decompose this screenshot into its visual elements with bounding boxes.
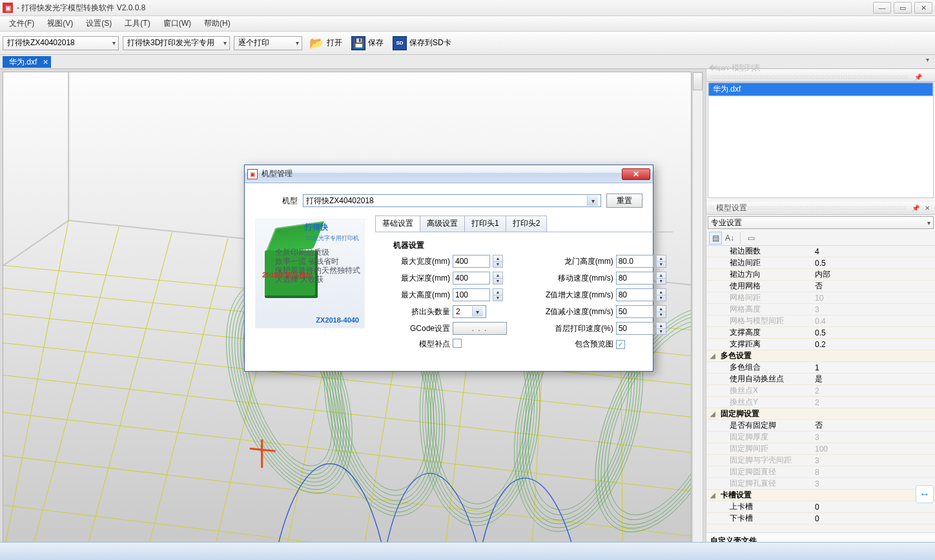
model-list-item[interactable]: 华为.dxf bbox=[708, 83, 933, 96]
taskbar[interactable] bbox=[0, 542, 935, 560]
close-tab-icon[interactable]: ✕ bbox=[43, 58, 48, 66]
print-mode-select[interactable]: 逐个打印 bbox=[234, 36, 302, 50]
alphabetical-view-button[interactable]: A↓ bbox=[723, 232, 736, 245]
open-label: 打开 bbox=[327, 37, 342, 48]
property-row[interactable]: 固定脚厚度3 bbox=[706, 432, 935, 443]
property-row[interactable]: 裙边间距0.5 bbox=[706, 257, 935, 269]
sd-card-icon: SD bbox=[393, 36, 407, 50]
machine-form: 最大宽度(mm) ▲▼ 龙门高度(mm) ▲▼ 最大深度(mm) ▲▼ 移动速度… bbox=[401, 255, 670, 350]
property-row[interactable]: 是否有固定脚否 bbox=[706, 420, 935, 432]
close-button[interactable]: ✕ bbox=[914, 2, 932, 14]
property-group[interactable]: ◢固定脚设置 bbox=[706, 408, 935, 420]
spinner[interactable]: ▲▼ bbox=[656, 305, 666, 318]
property-row[interactable]: 网格与模型间距0.4 bbox=[706, 315, 935, 327]
tab-basic[interactable]: 基础设置 bbox=[375, 215, 420, 232]
document-tab[interactable]: 华为.dxf ✕ bbox=[3, 56, 51, 68]
categorized-view-button[interactable]: ▤ bbox=[709, 232, 722, 245]
property-row[interactable]: 裙边方向内部 bbox=[706, 269, 935, 281]
settings-mode-select[interactable]: 专业设置 bbox=[708, 216, 934, 229]
machine-combo[interactable]: 打得快ZX40402018 bbox=[303, 194, 601, 207]
property-row[interactable]: 支撑高度0.5 bbox=[706, 327, 935, 339]
property-row[interactable]: 固定脚与字壳间距3 bbox=[706, 455, 935, 466]
model-patch-checkbox[interactable] bbox=[453, 339, 462, 348]
property-row[interactable]: 固定脚孔直径3 bbox=[706, 478, 935, 490]
teamviewer-icon[interactable]: ↔ bbox=[916, 485, 934, 503]
save-sd-button[interactable]: SD 保存到SD卡 bbox=[390, 35, 454, 52]
property-pages-button[interactable]: ▭ bbox=[745, 232, 757, 245]
gantry-input[interactable] bbox=[616, 255, 653, 268]
max-height-input[interactable] bbox=[453, 288, 490, 301]
titlebar: ▣ - 打得快发光字模型转换软件 V2.0.0.8 — ▭ ✕ bbox=[0, 0, 935, 16]
property-group[interactable]: ◢多色设置 bbox=[706, 350, 935, 362]
reset-button[interactable]: 重置 bbox=[606, 194, 642, 208]
model-list[interactable]: 华为.dxf bbox=[708, 82, 934, 198]
property-row[interactable]: 下卡槽0 bbox=[706, 513, 935, 525]
panel-close-icon[interactable]: ✕ bbox=[925, 205, 930, 212]
tab-head1[interactable]: 打印头1 bbox=[464, 215, 506, 232]
minimize-button[interactable]: — bbox=[873, 2, 891, 14]
property-row[interactable]: 网格高度3 bbox=[706, 304, 935, 315]
model-settings-header: ⁙ 模型设置 ⁙⁙⁙⁙⁙⁙⁙⁙⁙⁙⁙⁙⁙⁙⁙⁙⁙⁙⁙⁙⁙⁙⁙⁙⁙⁙⁙⁙⁙⁙⁙⁙⁙… bbox=[706, 202, 935, 215]
vertical-scrollbar[interactable] bbox=[692, 72, 703, 556]
property-row[interactable]: 固定脚间距100 bbox=[706, 443, 935, 455]
maximize-button[interactable]: ▭ bbox=[894, 2, 912, 14]
max-width-input[interactable] bbox=[453, 255, 490, 268]
tab-head2[interactable]: 打印头2 bbox=[506, 215, 548, 232]
menu-help[interactable]: 帮助(H) bbox=[198, 16, 237, 31]
extruders-label: 挤出头数量 bbox=[401, 306, 450, 317]
spinner[interactable]: ▲▼ bbox=[656, 272, 666, 285]
save-label: 保存 bbox=[368, 37, 384, 48]
gcode-button[interactable]: . . . bbox=[453, 322, 507, 335]
spinner[interactable]: ▲▼ bbox=[493, 272, 503, 285]
pin-icon[interactable]: 📌 bbox=[914, 74, 921, 81]
open-button[interactable]: 📂 打开 bbox=[306, 34, 345, 52]
save-sd-label: 保存到SD卡 bbox=[409, 37, 451, 48]
menu-settings[interactable]: 设置(S) bbox=[79, 16, 118, 31]
property-group[interactable]: ◢卡槽设置 bbox=[706, 490, 935, 501]
menu-tools[interactable]: 工具(T) bbox=[118, 16, 156, 31]
z-down-input[interactable] bbox=[616, 305, 653, 318]
first-layer-input[interactable] bbox=[616, 322, 653, 335]
max-depth-label: 最大深度(mm) bbox=[401, 273, 450, 284]
dialog-title: 机型管理 bbox=[262, 168, 622, 179]
property-row[interactable]: 換丝点X2 bbox=[706, 385, 935, 397]
z-up-input[interactable] bbox=[616, 288, 653, 301]
property-row[interactable]: 支撑距离0.2 bbox=[706, 339, 935, 350]
menu-file[interactable]: 文件(F) bbox=[3, 16, 41, 31]
property-row[interactable]: 使用自动换丝点是 bbox=[706, 374, 935, 385]
svg-line-1 bbox=[3, 221, 68, 266]
floppy-icon: 💾 bbox=[351, 36, 365, 50]
spinner[interactable]: ▲▼ bbox=[656, 255, 666, 268]
profile-select[interactable]: 打得快3D打印发光字专用 bbox=[123, 36, 230, 50]
max-depth-input[interactable] bbox=[453, 272, 490, 285]
spinner[interactable]: ▲▼ bbox=[493, 255, 503, 268]
property-row[interactable]: 裙边圈数4 bbox=[706, 246, 935, 257]
spinner[interactable]: ▲▼ bbox=[493, 288, 503, 301]
spinner[interactable]: ▲▼ bbox=[656, 288, 666, 301]
spinner[interactable]: ▲▼ bbox=[656, 322, 666, 335]
property-row[interactable]: 网格间距10 bbox=[706, 292, 935, 304]
menu-window[interactable]: 窗口(W) bbox=[157, 16, 198, 31]
pin-icon[interactable]: 📌 bbox=[912, 205, 920, 212]
dialog-titlebar[interactable]: ▣ 机型管理 ✕ bbox=[245, 165, 653, 183]
max-width-label: 最大宽度(mm) bbox=[401, 256, 450, 267]
tab-advanced[interactable]: 高级设置 bbox=[420, 215, 465, 232]
model-patch-label: 模型补点 bbox=[401, 339, 450, 350]
dialog-icon: ▣ bbox=[247, 169, 258, 179]
svg-line-7 bbox=[3, 375, 691, 452]
property-row[interactable]: 使用网格否 bbox=[706, 281, 935, 292]
extruders-select[interactable]: 2 bbox=[453, 305, 486, 318]
machine-select[interactable]: 打得快ZX40402018 bbox=[3, 36, 119, 50]
property-row[interactable]: 多色组合1 bbox=[706, 362, 935, 374]
dialog-close-button[interactable]: ✕ bbox=[622, 168, 650, 180]
property-row[interactable]: 上卡槽0 bbox=[706, 501, 935, 513]
property-row[interactable]: 固定脚圆直径8 bbox=[706, 466, 935, 478]
property-row[interactable]: 換丝点Y2 bbox=[706, 397, 935, 408]
max-height-label: 最大高度(mm) bbox=[401, 290, 450, 301]
save-button[interactable]: 💾 保存 bbox=[349, 35, 386, 52]
preview-checkbox[interactable]: ✓ bbox=[616, 340, 625, 349]
move-speed-input[interactable] bbox=[616, 272, 653, 285]
svg-line-12 bbox=[30, 227, 119, 555]
menu-view[interactable]: 视图(V) bbox=[41, 16, 79, 31]
property-grid[interactable]: 裙边圈数4裙边间距0.5裙边方向内部使用网格否网格间距10网格高度3网格与模型间… bbox=[706, 246, 935, 532]
